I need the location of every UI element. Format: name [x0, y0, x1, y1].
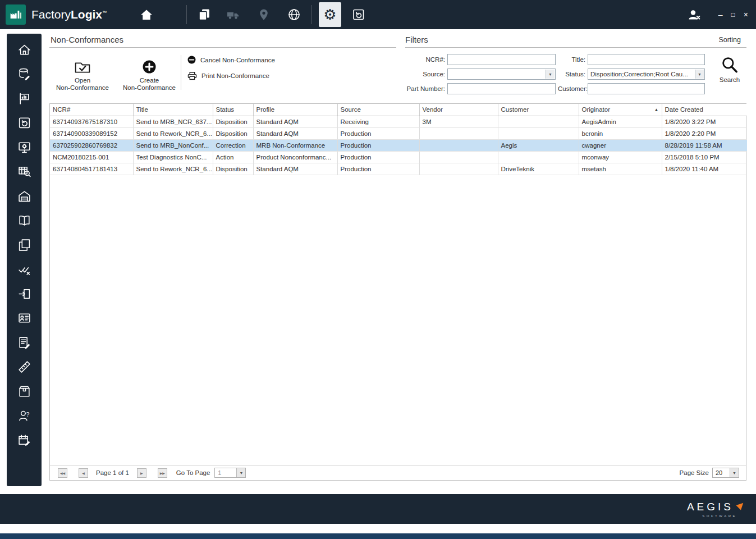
column-header-date-created[interactable]: Date Created [662, 104, 747, 116]
column-header-originator[interactable]: Originator▲ [579, 104, 662, 116]
minus-circle-icon [187, 56, 196, 64]
last-page-button[interactable]: ▶▶ [158, 468, 167, 478]
column-header-ncr-[interactable]: NCR# [50, 104, 133, 116]
open-nonconformance-button[interactable]: Open Non-Conformance [53, 57, 112, 92]
filters-underline [405, 47, 746, 48]
page-size-dropdown[interactable]: 20 ▼ [712, 468, 739, 478]
cell: bcronin [579, 127, 662, 139]
database-pencil-icon[interactable] [15, 66, 33, 82]
cell: Send to Rework_NCR_6... [133, 127, 213, 139]
first-page-button[interactable]: ◀◀ [58, 468, 67, 478]
main-content: Non-Conformances Filters Sorting Open No… [49, 34, 746, 486]
column-header-status[interactable]: Status [213, 104, 253, 116]
box-import-icon[interactable] [15, 286, 33, 302]
column-header-title[interactable]: Title [133, 104, 213, 116]
column-header-vendor[interactable]: Vendor [419, 104, 498, 116]
restore-box-icon[interactable] [15, 115, 33, 131]
previous-page-button[interactable]: ◀ [79, 468, 88, 478]
user-question-icon[interactable]: ? [15, 408, 33, 424]
cell: 637140804517181413 [50, 163, 133, 175]
aegis-logo: AEGIS SOFTWARE [687, 501, 746, 518]
chevron-down-icon[interactable]: ▼ [546, 70, 555, 79]
print-label: Print Non-Conformance [201, 72, 269, 79]
settings-gear-icon[interactable]: ⚙ [319, 2, 341, 27]
double-check-icon[interactable] [15, 262, 33, 277]
cell: 1/8/2020 2:20 PM [662, 127, 747, 139]
page-size-value: 20 [716, 468, 722, 477]
globe-icon[interactable] [285, 5, 304, 24]
cell: Production [337, 127, 419, 139]
nonconformance-grid: NCR#TitleStatusProfileSourceVendorCustom… [49, 103, 746, 481]
chevron-down-icon[interactable]: ▼ [695, 70, 704, 79]
factory-logo-icon [8, 7, 24, 22]
search-button[interactable]: Search [716, 56, 744, 83]
part-number-input[interactable] [447, 83, 556, 94]
cell [498, 116, 579, 127]
page-indicator: Page 1 of 1 [96, 469, 129, 476]
page-size-label: Page Size [680, 469, 709, 476]
note-pencil-icon[interactable] [15, 335, 33, 350]
cell: DriveTeknik [498, 163, 579, 175]
grid-table: NCR#TitleStatusProfileSourceVendorCustom… [50, 104, 747, 175]
title-input[interactable] [588, 54, 705, 65]
search-icon [721, 56, 739, 74]
grid-body: 637140937675187310Send to MRB_NCR_637...… [50, 116, 747, 175]
column-header-source[interactable]: Source [337, 104, 419, 116]
printer-icon [187, 71, 197, 80]
status-dropdown[interactable]: Disposition;Correction;Root Cau... ▼ [588, 68, 705, 80]
customer-input[interactable] [588, 83, 705, 94]
column-header-profile[interactable]: Profile [253, 104, 337, 116]
pagination-bar: ◀◀ ◀ Page 1 of 1 ▶ ▶▶ Go To Page 1 ▼ Pag… [50, 465, 746, 480]
cell: AegisAdmin [579, 116, 662, 127]
truck-icon[interactable] [224, 5, 243, 24]
pages-icon[interactable] [15, 237, 33, 253]
user-logout-icon[interactable] [685, 5, 704, 24]
cell [419, 127, 498, 139]
goto-page-input[interactable]: 1 ▼ [214, 468, 246, 478]
next-page-button[interactable]: ▶ [137, 468, 146, 478]
sorting-link[interactable]: Sorting [718, 36, 741, 44]
close-button[interactable]: × [744, 11, 748, 19]
cancel-nonconformance-button[interactable]: Cancel Non-Conformance [187, 56, 275, 64]
calendar-pencil-icon[interactable] [15, 432, 33, 448]
table-row[interactable]: 637140804517181413Send to Rework_NCR_6..… [50, 163, 747, 175]
monitor-gear-icon[interactable] [15, 139, 33, 155]
map-pin-icon[interactable] [254, 5, 273, 24]
print-nonconformance-button[interactable]: Print Non-Conformance [187, 71, 269, 80]
flag-chart-icon[interactable] [15, 90, 33, 106]
cell: 637025902860769832 [50, 139, 133, 151]
ruler-pencil-icon[interactable] [15, 359, 33, 375]
open-label-line1: Open [53, 77, 112, 84]
create-nonconformance-button[interactable]: Create Non-Conformance [118, 57, 181, 92]
source-dropdown[interactable]: ▼ [447, 68, 556, 80]
pages-icon[interactable] [195, 5, 214, 24]
table-row[interactable]: 637140900339089152Send to Rework_NCR_6..… [50, 127, 747, 139]
id-card-icon[interactable] [15, 310, 33, 326]
brand-name: FactoryLogix™ [31, 8, 107, 21]
open-book-icon[interactable] [15, 213, 33, 229]
cell: Production [337, 151, 419, 163]
open-label-line2: Non-Conformance [53, 84, 112, 92]
warehouse-icon[interactable] [15, 188, 33, 204]
maximize-button[interactable]: □ [731, 11, 735, 18]
grid-search-icon[interactable] [15, 164, 33, 180]
aegis-tagline: SOFTWARE [702, 514, 746, 518]
restore-icon[interactable] [349, 5, 368, 24]
aegis-wordmark: AEGIS [687, 501, 734, 513]
ncr-input[interactable] [447, 54, 556, 65]
home-icon[interactable] [15, 42, 33, 57]
cell: 1/8/2020 11:40 AM [662, 163, 747, 175]
chevron-down-icon[interactable]: ▼ [236, 468, 245, 477]
cell: Send to Rework_NCR_6... [133, 163, 213, 175]
table-row[interactable]: NCM20180215-001Test Diagnostics NonC...A… [50, 151, 747, 163]
minimize-button[interactable]: – [718, 11, 723, 19]
cell [419, 139, 498, 151]
home-icon[interactable] [137, 5, 156, 24]
open-folder-check-icon [53, 57, 112, 74]
column-header-customer[interactable]: Customer [498, 104, 579, 116]
package-icon[interactable] [15, 383, 33, 399]
cell [498, 151, 579, 163]
chevron-down-icon[interactable]: ▼ [730, 468, 739, 477]
table-row[interactable]: 637025902860769832Send to MRB_NonConf...… [50, 139, 747, 151]
table-row[interactable]: 637140937675187310Send to MRB_NCR_637...… [50, 116, 747, 127]
